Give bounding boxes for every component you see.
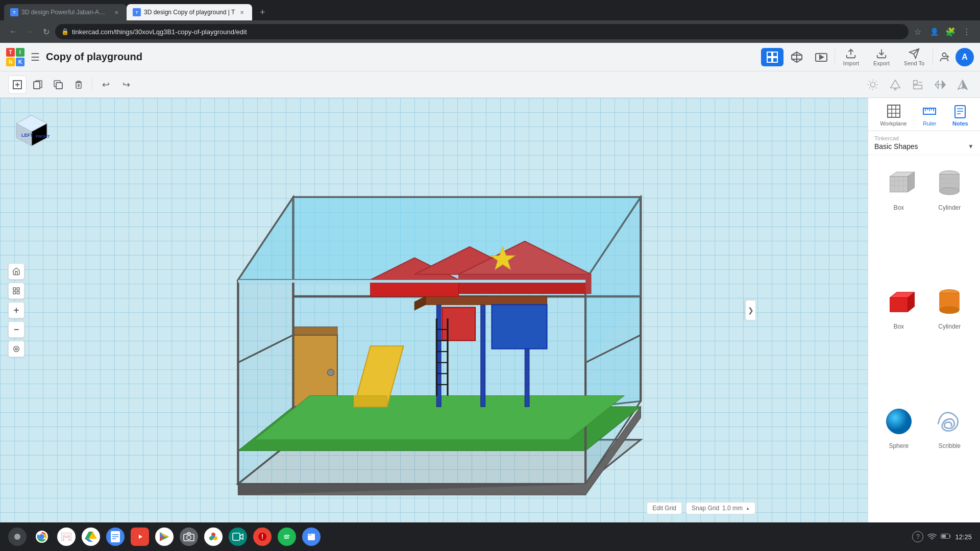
svg-point-163 xyxy=(187,536,191,540)
svg-point-17 xyxy=(942,53,946,56)
hamburger-menu[interactable]: ☰ xyxy=(29,49,42,65)
fit-view-button[interactable] xyxy=(8,283,24,299)
panel-dropdown-select[interactable]: Basic Shapes ▼ xyxy=(874,142,974,151)
export-label: Export xyxy=(873,60,890,66)
taskbar-play[interactable] xyxy=(155,528,174,546)
camera-button[interactable] xyxy=(810,48,832,66)
tab-workplane[interactable]: Workplane xyxy=(880,104,906,127)
svg-marker-151 xyxy=(85,539,93,542)
svg-rect-85 xyxy=(492,305,547,348)
copy-button[interactable] xyxy=(29,76,47,94)
new-tab-button[interactable]: + xyxy=(254,4,271,20)
zoom-out-button[interactable]: − xyxy=(8,321,24,338)
light-icon[interactable] xyxy=(864,76,882,94)
home-button[interactable] xyxy=(8,263,24,280)
import-button[interactable]: Import xyxy=(837,46,865,68)
flip-icon[interactable] xyxy=(931,76,949,94)
taskbar-antivirus[interactable]: ! xyxy=(253,528,272,546)
snap-grid-control[interactable]: Snap Grid 1.0 mm ▲ xyxy=(686,502,755,514)
menu-icon[interactable]: ⋮ xyxy=(960,24,974,39)
add-user-button[interactable] xyxy=(935,48,953,66)
ruler-tab-label: Ruler xyxy=(923,120,936,127)
tab-2-title: 3D design Copy of playground | T xyxy=(144,9,235,16)
panel-dropdown-value: Basic Shapes xyxy=(874,142,918,151)
import-label: Import xyxy=(843,60,859,66)
taskbar-youtube[interactable] xyxy=(131,528,149,546)
logo-t: T xyxy=(6,48,15,57)
edit-grid-button[interactable]: Edit Grid xyxy=(647,502,682,514)
align-icon[interactable] xyxy=(909,76,927,94)
tab-notes[interactable]: Notes xyxy=(952,104,968,127)
undo-button[interactable]: ↩ xyxy=(96,76,115,94)
taskbar-spotify[interactable] xyxy=(278,528,296,546)
shape-scribble[interactable]: Scribble xyxy=(925,399,974,516)
view-grid-button[interactable] xyxy=(761,48,783,66)
zoom-in-button[interactable]: + xyxy=(8,302,24,318)
tab-ruler[interactable]: Ruler xyxy=(922,104,937,127)
header-right: Import Export Send To xyxy=(761,46,974,68)
svg-rect-106 xyxy=(13,291,16,294)
svg-point-173 xyxy=(932,539,933,540)
tab-2[interactable]: T 3D design Copy of playground | T ✕ xyxy=(127,4,252,20)
view-cube[interactable]: LEFT FRONT xyxy=(10,108,53,151)
taskbar-system-button[interactable] xyxy=(8,528,27,546)
new-shape-button[interactable] xyxy=(8,76,27,94)
shape-sphere-label: Sphere xyxy=(889,442,909,449)
shape-cylinder-orange[interactable]: Cylinder xyxy=(925,280,974,397)
right-panel: Workplane Ruler xyxy=(868,98,980,522)
export-button[interactable]: Export xyxy=(867,46,896,68)
duplicate-button[interactable] xyxy=(49,76,67,94)
svg-text:T: T xyxy=(13,10,16,15)
view-3d-button[interactable] xyxy=(786,48,808,66)
taskbar-docs[interactable] xyxy=(106,528,125,546)
svg-marker-137 xyxy=(890,298,908,312)
delete-button[interactable] xyxy=(69,76,88,94)
snap-grid-value: 1.0 mm xyxy=(722,505,743,512)
profile-icon[interactable]: 👤 xyxy=(927,24,941,39)
extensions-icon[interactable]: 🧩 xyxy=(943,24,958,39)
taskbar-drive[interactable] xyxy=(82,528,100,546)
forward-button[interactable]: → xyxy=(22,24,37,39)
taskbar-help[interactable]: ? xyxy=(912,531,923,542)
shape-icon[interactable] xyxy=(886,76,904,94)
taskbar-time: 12:25 xyxy=(955,533,972,541)
panel-collapse-button[interactable]: ❯ xyxy=(745,300,755,320)
send-to-button[interactable]: Send To xyxy=(898,46,930,68)
address-bar[interactable]: 🔒 tinkercad.com/things/30xovLqg3B1-copy-… xyxy=(55,24,909,39)
notes-tab-label: Notes xyxy=(952,120,968,127)
svg-point-143 xyxy=(886,409,911,434)
send-to-label: Send To xyxy=(904,60,924,66)
lock-icon: 🔒 xyxy=(61,28,69,35)
panel-category-label: Tinkercad xyxy=(874,135,974,141)
refresh-button[interactable]: ↻ xyxy=(39,24,53,39)
tab-2-favicon: T xyxy=(133,8,141,16)
back-button[interactable]: ← xyxy=(6,24,20,39)
taskbar-photos[interactable] xyxy=(204,528,223,546)
shape-sphere-blue[interactable]: Sphere xyxy=(874,399,923,516)
tab-1-close[interactable]: ✕ xyxy=(112,8,120,16)
tab-2-close[interactable]: ✕ xyxy=(238,8,246,16)
taskbar-camera[interactable] xyxy=(180,528,198,546)
svg-rect-42 xyxy=(914,80,917,84)
shape-box-red-label: Box xyxy=(893,323,904,330)
workplane-tab-label: Workplane xyxy=(880,120,906,127)
orbit-button[interactable] xyxy=(8,341,24,357)
mirror-icon[interactable] xyxy=(953,76,972,94)
tinkercad-logo[interactable]: T I N K xyxy=(6,48,24,66)
taskbar-files[interactable] xyxy=(302,528,321,546)
tab-1-favicon: T xyxy=(10,8,18,16)
avatar[interactable]: A xyxy=(955,48,974,66)
redo-button[interactable]: ↪ xyxy=(117,76,135,94)
bookmark-icon[interactable]: ☆ xyxy=(911,24,925,39)
canvas-area[interactable]: LEFT FRONT + − xyxy=(0,98,868,522)
main-content: LEFT FRONT + − xyxy=(0,98,980,522)
taskbar-gmail[interactable] xyxy=(57,528,76,546)
taskbar-meet[interactable] xyxy=(229,528,247,546)
shape-cylinder-grey[interactable]: Cylinder xyxy=(925,161,974,278)
shape-box-grey[interactable]: Box xyxy=(874,161,923,278)
tab-1[interactable]: T 3D design Powerful Jaban-Amu... ✕ xyxy=(4,4,127,20)
taskbar-chrome[interactable] xyxy=(33,528,51,546)
shape-box-red[interactable]: Box xyxy=(874,280,923,397)
svg-text:LEFT: LEFT xyxy=(21,133,33,138)
shape-cylinder-grey-label: Cylinder xyxy=(938,204,961,211)
